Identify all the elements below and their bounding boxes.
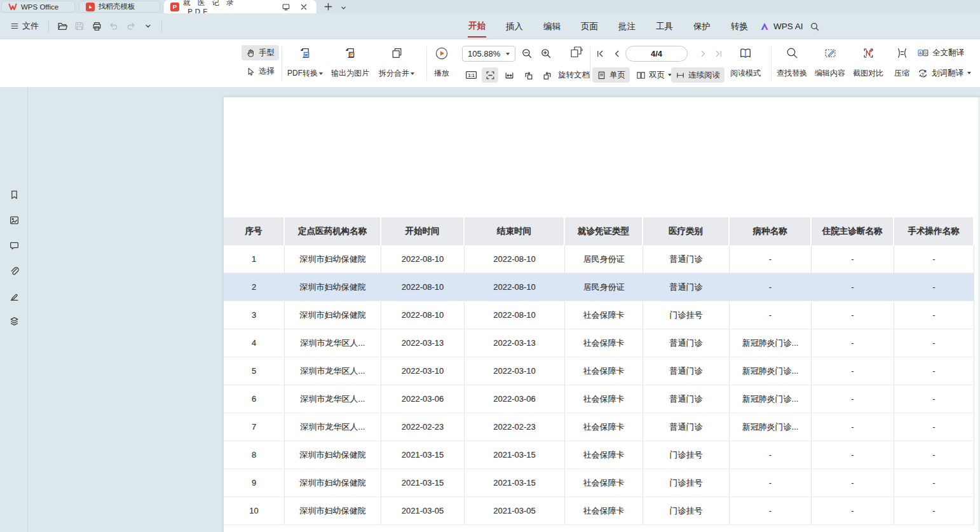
table-cell: -	[812, 301, 894, 329]
tab-protect[interactable]: 保护	[693, 15, 711, 37]
file-menu-button[interactable]: 文件	[8, 18, 41, 34]
find-replace-icon	[786, 46, 799, 60]
thumbnail-panel-icon[interactable]	[6, 212, 22, 228]
last-page-button[interactable]	[711, 46, 726, 61]
layers-panel-icon[interactable]	[6, 313, 22, 329]
compress-button[interactable]: 压缩	[888, 44, 915, 83]
search-icon[interactable]	[807, 19, 822, 34]
rotate-document-icon[interactable]	[567, 44, 586, 60]
fit-page-button[interactable]	[482, 67, 498, 83]
tab-list-chevron-icon[interactable]	[337, 2, 350, 13]
table-cell: 2022-02-23	[381, 413, 465, 440]
divider	[590, 46, 590, 81]
table-cell: -	[894, 497, 974, 524]
continuous-read-button[interactable]: 连续阅读	[671, 67, 725, 83]
zoom-in-button[interactable]	[538, 46, 554, 61]
previous-page-button[interactable]	[609, 46, 624, 61]
redo-icon[interactable]	[125, 20, 137, 32]
tab-edit[interactable]: 编辑	[543, 15, 561, 37]
tab-wps-home[interactable]: WPS Office	[1, 1, 75, 13]
single-page-label: 单页	[609, 70, 625, 81]
screenshot-compare-button[interactable]: 截图对比	[850, 44, 886, 83]
table-cell: 门诊挂号	[643, 469, 730, 496]
open-file-icon[interactable]	[56, 20, 69, 32]
table-row: 7深圳市龙华区人...2022-02-232022-02-23社会保障卡普通门诊…	[224, 413, 974, 441]
export-image-icon	[344, 46, 357, 60]
undo-icon[interactable]	[107, 20, 120, 32]
table-cell: 2021-03-15	[465, 469, 565, 496]
page-indicator-input[interactable]: 4/4	[625, 46, 688, 62]
new-tab-button[interactable]	[322, 1, 334, 12]
select-tool-button[interactable]: 选择	[242, 64, 279, 79]
docer-logo-icon	[86, 3, 95, 11]
find-replace-label: 查找替换	[777, 68, 807, 79]
full-translate-button[interactable]: A字 全文翻译	[916, 45, 972, 60]
document-canvas[interactable]: 序号定点医药机构名称开始时间结束时间就诊凭证类型医疗类别病种名称住院主诊断名称手…	[28, 87, 980, 532]
table-cell: -	[894, 245, 974, 273]
svg-text:字: 字	[923, 50, 927, 55]
save-icon[interactable]	[73, 20, 86, 32]
rotate-left-button[interactable]	[520, 67, 536, 83]
tab-home[interactable]: 开始	[468, 15, 486, 38]
chevron-down-icon	[506, 53, 510, 55]
close-tab-icon[interactable]	[297, 1, 310, 13]
table-cell: 2022-03-10	[381, 357, 465, 385]
tab-page[interactable]: 页面	[580, 15, 599, 37]
hand-icon	[246, 48, 255, 58]
rotate-right-button[interactable]	[539, 67, 555, 83]
pdf-convert-icon	[299, 46, 312, 60]
print-icon[interactable]	[90, 20, 103, 32]
table-cell: 深圳市妇幼保健院	[285, 273, 381, 301]
wps-ai-button[interactable]: WPS AI	[760, 13, 803, 39]
table-cell: 普通门诊	[643, 357, 730, 385]
edit-content-icon	[824, 46, 837, 60]
signature-panel-icon[interactable]	[6, 288, 22, 304]
pdf-convert-button[interactable]: PDF转换	[285, 44, 325, 83]
edit-content-button[interactable]: 编辑内容	[812, 44, 848, 83]
table-cell: 普通门诊	[643, 273, 730, 301]
chevron-down-icon	[319, 72, 323, 75]
actual-size-button[interactable]: 1:1	[463, 67, 479, 83]
play-button[interactable]: 播放	[430, 44, 454, 83]
table-cell: 普通门诊	[643, 413, 730, 440]
table-cell: 1	[224, 245, 285, 273]
rotate-document-label[interactable]: 旋转文档	[558, 70, 590, 81]
table-cell: -	[812, 273, 894, 301]
table-cell: -	[730, 469, 812, 496]
table-cell: 2022-03-06	[465, 385, 565, 413]
attachment-panel-icon[interactable]	[6, 263, 22, 279]
zoom-level-select[interactable]: 105.88%	[462, 46, 515, 62]
bookmark-panel-icon[interactable]	[6, 186, 22, 203]
single-page-button[interactable]: 单页	[592, 67, 630, 83]
cursor-icon	[246, 67, 255, 76]
table-header-cell: 结束时间	[465, 217, 565, 245]
tab-convert[interactable]: 转换	[730, 15, 749, 37]
pdf-convert-label: PDF转换	[287, 68, 318, 79]
hand-tool-button[interactable]: 手型	[242, 45, 279, 60]
comment-panel-icon[interactable]	[6, 237, 22, 254]
read-mode-button[interactable]: 阅读模式	[728, 44, 763, 83]
word-translate-button[interactable]: 文A 划词翻译	[916, 65, 972, 81]
double-page-button[interactable]: 双页	[632, 67, 676, 83]
divider	[771, 46, 772, 81]
tab-docer-templates[interactable]: 找稻壳模板	[79, 1, 160, 13]
tab-insert[interactable]: 插入	[505, 15, 524, 37]
wps-ai-label: WPS AI	[773, 22, 803, 31]
zoom-out-button[interactable]	[519, 46, 535, 61]
wps-ai-logo-icon	[760, 22, 770, 31]
fit-width-button[interactable]	[501, 67, 517, 83]
tab-document-active[interactable]: P 就 医 记 录 .PDF	[164, 0, 316, 13]
export-image-button[interactable]: 输出为图片	[327, 44, 373, 83]
tab-comment[interactable]: 批注	[618, 15, 636, 37]
find-replace-button[interactable]: 查找替换	[774, 44, 810, 83]
first-page-button[interactable]	[592, 46, 608, 61]
chevron-down-icon	[411, 72, 414, 75]
next-page-button[interactable]	[695, 46, 711, 61]
wps-logo-icon	[8, 3, 17, 11]
tab-tools[interactable]: 工具	[655, 15, 674, 37]
hand-tool-label: 手型	[259, 48, 275, 58]
quick-access-chevron-icon[interactable]	[142, 20, 154, 32]
monitor-icon[interactable]	[280, 1, 292, 13]
split-merge-button[interactable]: 拆分合并	[376, 44, 418, 83]
screenshot-compare-icon	[862, 46, 875, 60]
